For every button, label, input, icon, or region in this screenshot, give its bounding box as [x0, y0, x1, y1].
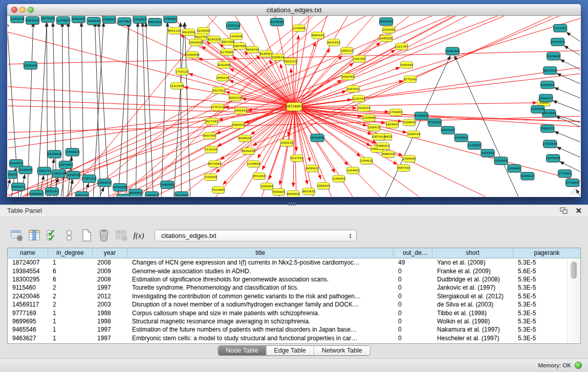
network-node[interactable]: 17016504: [542, 140, 557, 148]
tab-network-table[interactable]: Network Table: [314, 346, 370, 355]
column-header-title[interactable]: title: [127, 248, 394, 258]
network-node[interactable]: 8427552: [212, 87, 226, 94]
network-node[interactable]: 7613463: [175, 192, 189, 196]
network-node[interactable]: 2159358: [531, 105, 545, 114]
network-node[interactable]: 15134545: [310, 134, 325, 142]
memory-ok-indicator[interactable]: [575, 362, 582, 369]
resize-grip-icon[interactable]: [575, 192, 577, 194]
network-node[interactable]: 9242848: [217, 61, 231, 69]
network-node[interactable]: 12505155: [66, 171, 81, 180]
network-node[interactable]: 1154469: [362, 115, 376, 122]
network-node[interactable]: 6791929: [415, 112, 428, 120]
network-node[interactable]: 1112163: [554, 24, 568, 32]
network-node[interactable]: 9227343: [543, 67, 557, 75]
column-header-out_de[interactable]: △out_de…: [394, 248, 432, 258]
new-table-icon[interactable]: [78, 228, 95, 243]
network-canvas[interactable]: 8601128891295482260588912750105433928186…: [8, 16, 580, 196]
network-node[interactable]: 9329966: [547, 52, 561, 60]
network-node[interactable]: 9218596: [270, 18, 284, 26]
network-node[interactable]: 9055163: [45, 188, 59, 196]
network-node[interactable]: 1221797: [395, 43, 408, 50]
network-node[interactable]: 16782785: [113, 184, 127, 192]
delete-rows-icon[interactable]: [95, 228, 113, 243]
network-node[interactable]: 1504943: [403, 156, 416, 163]
function-builder-icon[interactable]: f(x): [130, 228, 147, 243]
network-node[interactable]: 1243963: [133, 16, 147, 24]
network-node[interactable]: 7604433: [272, 189, 286, 196]
network-node[interactable]: 17957223: [82, 175, 97, 183]
network-node[interactable]: 1078963: [454, 134, 468, 142]
network-node[interactable]: 16487944: [445, 47, 460, 55]
network-node[interactable]: 8990263: [72, 16, 85, 24]
network-node[interactable]: 1604163: [481, 149, 495, 158]
table-row[interactable]: 2242004622012Investigating the contribut…: [8, 292, 580, 300]
network-node[interactable]: 3017143: [205, 118, 219, 125]
network-node[interactable]: 9695433: [311, 32, 324, 39]
network-node[interactable]: 1174963: [56, 16, 70, 25]
network-node[interactable]: 8775343: [404, 76, 417, 83]
network-node[interactable]: 8854363: [380, 17, 394, 26]
network-node[interactable]: 1588520: [272, 54, 285, 61]
tab-node-table[interactable]: Node Table: [218, 346, 266, 355]
network-node[interactable]: 15692071: [540, 125, 555, 133]
network-node[interactable]: 9055133: [12, 183, 26, 191]
network-node[interactable]: 7613443: [212, 187, 225, 194]
network-node[interactable]: 1254399: [293, 25, 306, 32]
network-node[interactable]: 1208863: [117, 194, 130, 196]
network-node[interactable]: 7988433: [377, 143, 390, 150]
network-node[interactable]: 8549433: [238, 135, 252, 142]
network-node[interactable]: 1485038: [380, 35, 393, 42]
network-node[interactable]: 12444137: [538, 94, 553, 102]
table-row[interactable]: 977716911998Corpus callosum shape and si…: [8, 309, 580, 317]
network-node[interactable]: 2867608: [233, 42, 247, 50]
network-node[interactable]: 9361518: [26, 16, 39, 25]
network-node[interactable]: 1595433: [367, 124, 381, 132]
network-node[interactable]: 1086133: [340, 47, 354, 54]
table-row[interactable]: 946554611997Estimation of the future num…: [8, 325, 580, 334]
network-node[interactable]: 9822153: [284, 58, 297, 65]
select-rows-icon[interactable]: [43, 228, 60, 243]
network-node[interactable]: 2050316: [24, 61, 37, 70]
resize-grip-icon[interactable]: [572, 189, 577, 194]
tab-edge-table[interactable]: Edge Table: [266, 346, 313, 355]
network-node[interactable]: 9245012: [521, 172, 535, 181]
network-node[interactable]: 1863263: [145, 192, 159, 196]
network-node[interactable]: 17942737: [37, 167, 52, 176]
table-options-icon[interactable]: [8, 228, 26, 243]
network-node[interactable]: 1894663: [30, 190, 43, 196]
network-node[interactable]: 1684433: [386, 121, 399, 128]
network-node[interactable]: 1123463: [468, 142, 482, 150]
network-node[interactable]: 18724007: [286, 103, 303, 112]
network-node[interactable]: 3607343: [203, 133, 216, 140]
network-node[interactable]: 17557224: [226, 21, 241, 30]
network-node[interactable]: 1054363: [494, 157, 508, 165]
network-node[interactable]: 15156828: [18, 166, 33, 174]
table-select-combobox[interactable]: citations_edges.txt ▲▼: [155, 230, 357, 242]
network-node[interactable]: 9887433: [397, 165, 410, 172]
network-node[interactable]: 10958107: [97, 179, 112, 187]
network-node[interactable]: 8973343: [208, 161, 222, 168]
network-node[interactable]: 1184433: [332, 176, 345, 183]
network-window-titlebar[interactable]: citations_edges.txt: [7, 4, 581, 16]
network-node[interactable]: 12213343: [169, 82, 184, 90]
network-node[interactable]: 9630433: [306, 165, 319, 172]
network-node[interactable]: 1841674: [11, 16, 25, 24]
show-column-icon[interactable]: [26, 228, 43, 243]
network-node[interactable]: 12752112: [210, 104, 225, 111]
network-node[interactable]: 1604743: [407, 131, 421, 138]
network-node[interactable]: 1616233: [357, 105, 371, 112]
network-node[interactable]: 9175685: [221, 49, 234, 56]
network-node[interactable]: 8996333: [382, 151, 395, 158]
network-node[interactable]: 1354433: [360, 158, 373, 165]
table-row[interactable]: 969969511998Structural magnetic resonanc…: [8, 317, 580, 325]
column-header-pagerank[interactable]: pagerank: [513, 248, 580, 258]
table-row[interactable]: 1830029562008Estimation of significance …: [8, 275, 580, 283]
network-node[interactable]: 6770263: [565, 179, 579, 187]
network-node[interactable]: 1254843: [247, 161, 260, 168]
network-node[interactable]: 9603433: [302, 188, 315, 195]
network-node[interactable]: 8454749: [246, 46, 259, 53]
network-node[interactable]: 9281433: [229, 94, 242, 101]
network-node[interactable]: 9541433: [242, 148, 255, 155]
network-node[interactable]: 8791929: [428, 119, 442, 127]
network-node[interactable]: 2073263: [41, 16, 55, 23]
